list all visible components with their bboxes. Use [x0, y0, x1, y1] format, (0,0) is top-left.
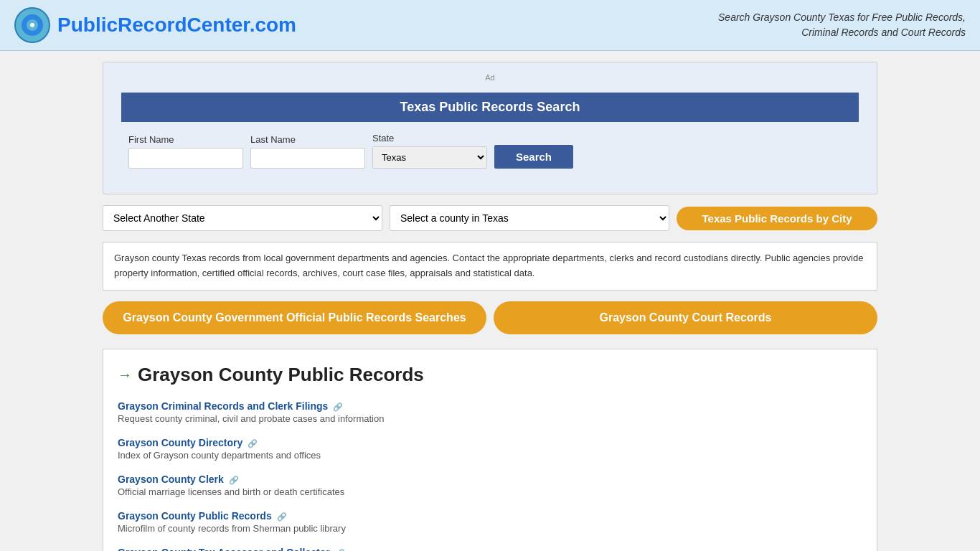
state-dropdown[interactable]: Select Another State Alabama Alaska Ariz… [103, 205, 382, 231]
header-tagline: Search Grayson County Texas for Free Pub… [693, 10, 966, 40]
ad-form-row: First Name Last Name State Texas Alabama… [121, 133, 859, 176]
record-item: Grayson County Directory 🔗 Index of Gray… [118, 437, 862, 461]
court-records-button[interactable]: Grayson County Court Records [494, 301, 877, 334]
ad-search-button[interactable]: Search [494, 145, 573, 169]
first-name-input[interactable] [128, 148, 243, 169]
last-name-input[interactable] [250, 148, 365, 169]
ad-title: Texas Public Records Search [121, 93, 859, 122]
ad-container: Ad Texas Public Records Search First Nam… [103, 62, 877, 194]
info-box: Grayson county Texas records from local … [103, 242, 877, 291]
external-link-icon: 🔗 [277, 512, 287, 521]
ad-inner: Texas Public Records Search First Name L… [114, 85, 866, 183]
external-link-icon: 🔗 [248, 439, 258, 448]
arrow-icon: → [118, 367, 132, 383]
record-description: Microfilm of county records from Sherman… [118, 523, 862, 534]
dropdowns-row: Select Another State Alabama Alaska Ariz… [103, 205, 877, 231]
info-text: Grayson county Texas records from local … [114, 253, 863, 278]
external-link-icon: 🔗 [333, 402, 343, 411]
main-content: Ad Texas Public Records Search First Nam… [95, 62, 885, 551]
government-records-button[interactable]: Grayson County Government Official Publi… [103, 301, 486, 334]
records-title-row: → Grayson County Public Records [118, 364, 862, 386]
record-description: Request county criminal, civil and proba… [118, 413, 862, 424]
first-name-label: First Name [128, 134, 243, 145]
record-item: Grayson County Tax Assessor and Collecto… [118, 547, 862, 551]
site-header: PublicRecordCenter.com Search Grayson Co… [0, 0, 980, 51]
record-description: Official marriage licenses and birth or … [118, 486, 862, 497]
record-description: Index of Grayson county departments and … [118, 450, 862, 461]
first-name-group: First Name [128, 134, 243, 169]
state-group: State Texas Alabama Alaska Arizona Calif… [372, 133, 487, 169]
svg-point-3 [30, 23, 34, 27]
last-name-group: Last Name [250, 134, 365, 169]
state-select[interactable]: Texas Alabama Alaska Arizona California [372, 146, 487, 169]
county-dropdown[interactable]: Select a county in Texas Grayson County … [390, 205, 669, 231]
record-link[interactable]: Grayson County Directory 🔗 [118, 437, 258, 448]
record-link[interactable]: Grayson County Public Records 🔗 [118, 510, 287, 522]
ad-label: Ad [114, 73, 866, 82]
record-item: Grayson Criminal Records and Clerk Filin… [118, 400, 862, 424]
logo-text[interactable]: PublicRecordCenter.com [57, 14, 296, 37]
logo-area: PublicRecordCenter.com [14, 7, 296, 43]
last-name-label: Last Name [250, 134, 365, 145]
external-link-icon: 🔗 [229, 476, 239, 484]
record-item: Grayson County Clerk 🔗 Official marriage… [118, 474, 862, 497]
external-link-icon: 🔗 [335, 549, 345, 551]
logo-icon [14, 7, 50, 43]
records-section-title: Grayson County Public Records [138, 364, 424, 386]
record-link[interactable]: Grayson County Tax Assessor and Collecto… [118, 547, 345, 551]
state-label: State [372, 133, 487, 143]
big-buttons-row: Grayson County Government Official Publi… [103, 301, 877, 334]
city-button[interactable]: Texas Public Records by City [677, 207, 877, 230]
records-list: Grayson Criminal Records and Clerk Filin… [118, 400, 862, 551]
records-section: → Grayson County Public Records Grayson … [103, 349, 877, 551]
record-item: Grayson County Public Records 🔗 Microfil… [118, 510, 862, 534]
record-link[interactable]: Grayson County Clerk 🔗 [118, 474, 239, 485]
record-link[interactable]: Grayson Criminal Records and Clerk Filin… [118, 400, 343, 412]
